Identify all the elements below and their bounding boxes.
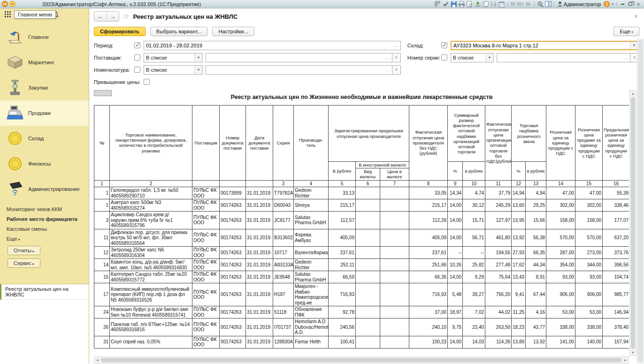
coin-icon	[6, 155, 24, 173]
scroll-left-icon[interactable]: ◄	[94, 358, 100, 362]
cell: 906,00	[575, 283, 603, 306]
memory-mplus-button[interactable]: M+	[516, 1, 524, 7]
window-select-icon[interactable]	[434, 0, 442, 8]
sidebar-item-glavnoe[interactable]: Главное	[0, 24, 89, 50]
close-window-icon[interactable]: ×	[632, 13, 639, 20]
link-rabochee-mesto[interactable]: Рабочее место фармацевта	[7, 216, 89, 222]
nomenclature-checkbox[interactable]	[134, 67, 140, 73]
supplier-checkbox[interactable]	[134, 54, 140, 61]
series-input[interactable]	[497, 55, 622, 61]
page-title: Реестр актуальных цен на ЖНВЛС	[133, 13, 238, 20]
cell: 17,62	[512, 259, 526, 271]
zoom-icon[interactable]	[537, 0, 544, 8]
form-scroll-thumb[interactable]	[638, 39, 643, 363]
cell: Микроген - ИмБио Нижегородское пред-ие	[294, 283, 329, 306]
chevron-down-icon[interactable]	[485, 53, 493, 62]
sidebar-item-prodazhi[interactable]: Продажи	[0, 100, 89, 126]
cell: Азитрал капс 500мг N3 4605589316274	[110, 199, 192, 212]
nomenclature-clear-button[interactable]: ×	[392, 65, 401, 75]
scroll-right-icon[interactable]: ►	[622, 358, 629, 362]
open-window-item[interactable]: Реестр актуальных цен на ЖНВЛС	[0, 284, 89, 300]
sidebar-item-finansy[interactable]: Финансы	[0, 151, 89, 176]
info-icon[interactable]	[603, 0, 610, 8]
supplier-label: Поставщик:	[94, 55, 134, 61]
sidebar-item-administrirovanie[interactable]: Администрирование	[0, 176, 89, 202]
sidebar-item-zakupki[interactable]: Закупки	[0, 75, 89, 100]
apps-grid-icon[interactable]	[5, 11, 12, 20]
cell: 14	[94, 259, 110, 271]
cell: 31.01.2019	[246, 318, 273, 336]
more-button[interactable]: Еще	[613, 27, 639, 36]
vertical-scroll-thumb[interactable]	[631, 97, 635, 349]
memory-m-button[interactable]: M	[510, 1, 515, 7]
copy-page-icon[interactable]	[482, 0, 490, 8]
warehouse-checkbox[interactable]	[441, 42, 447, 48]
cell: 00174263	[220, 306, 246, 318]
supplier-ellipsis-button[interactable]	[384, 53, 392, 62]
supplier-condition-select[interactable]: В списке	[144, 53, 203, 62]
spreadsheet-corner-cell[interactable]	[94, 90, 112, 96]
generate-button[interactable]: Сформировать	[94, 27, 146, 36]
scroll-down-icon[interactable]: ▼	[631, 349, 635, 356]
current-user[interactable]: Администратор	[556, 1, 602, 7]
memory-mminus-button[interactable]: M-	[525, 1, 532, 7]
close-button[interactable]: ×	[635, 1, 642, 8]
col-header-wholesale-markup: Суммарный размер фактической оптовой над…	[448, 106, 485, 162]
column-number-cell: 10	[463, 180, 485, 187]
restore-button[interactable]	[627, 1, 634, 8]
vertical-scrollbar[interactable]: ▲ ▼	[629, 90, 636, 356]
link-more[interactable]: Еще	[7, 236, 89, 242]
service-button[interactable]: Сервис	[8, 258, 40, 268]
supplier-input[interactable]	[206, 55, 384, 61]
cell: ПУЛЬС ФК ООО	[192, 306, 220, 318]
minimize-button[interactable]	[619, 1, 626, 8]
nomenclature-ellipsis-button[interactable]	[384, 66, 392, 74]
main-menu-dropdown-icon[interactable]: ▾	[9, 1, 15, 7]
spreadsheet-viewport[interactable]: Реестр актуальных цен по Жизненно необхо…	[94, 90, 629, 356]
period-checkbox[interactable]	[134, 42, 140, 48]
cell: 756,20	[485, 283, 512, 306]
save-icon[interactable]	[450, 0, 458, 8]
scroll-up-icon[interactable]: ▲	[631, 91, 635, 97]
period-ellipsis-button[interactable]	[392, 41, 400, 50]
split-window-icon[interactable]	[544, 0, 552, 8]
cell: ПУЛЬС ФК ООО	[192, 187, 220, 199]
forward-button[interactable]: →	[107, 12, 119, 21]
price-excess-checkbox[interactable]	[144, 79, 150, 85]
form-scrollbar[interactable]	[637, 38, 644, 364]
chevron-down-icon[interactable]	[194, 66, 202, 74]
dropdown-check-icon[interactable]	[442, 0, 450, 8]
choose-variant-button[interactable]: Выбрать вариант...	[150, 27, 208, 36]
cell: Панклав таб. п/о 875мг.+125мг. №14 46055…	[110, 318, 192, 336]
calendar-icon[interactable]	[498, 0, 506, 8]
print-icon[interactable]	[458, 0, 466, 8]
sidebar-item-marketing[interactable]: Маркетинг	[0, 50, 89, 75]
series-checkbox[interactable]	[441, 54, 447, 61]
series-ellipsis-button[interactable]	[622, 53, 630, 62]
link-monitoring-chekov[interactable]: Мониторинг чеков ККМ	[7, 206, 89, 212]
cell: Галоперидол табл. 1,5 мг. №50 4605589290…	[110, 187, 192, 199]
chevron-down-icon[interactable]	[194, 53, 202, 62]
sidebar-item-sklad[interactable]: Склад	[0, 126, 89, 151]
settings-button[interactable]: Настройки...	[212, 27, 254, 36]
1c-logo-icon[interactable]: 1C	[2, 1, 8, 7]
reports-button[interactable]: Отчеты	[8, 246, 40, 255]
favorite-star-icon[interactable]: ☆	[123, 12, 129, 21]
horizontal-scrollbar[interactable]: ◄ ►	[94, 356, 629, 364]
series-condition-select[interactable]: В списке	[451, 53, 494, 62]
table-row: 31Снуп спрей наз. 0,05%ПУЛЬС ФК ООО00174…	[94, 336, 629, 348]
link-kassovye-smeny[interactable]: Кассовые смены	[7, 226, 89, 232]
nomenclature-condition-select[interactable]: В списке	[144, 65, 203, 75]
print-preview-icon[interactable]	[466, 0, 474, 8]
cell: 251,66	[409, 259, 448, 271]
send-icon[interactable]	[474, 0, 482, 8]
back-button[interactable]: ←	[94, 12, 107, 21]
price-excess-label: Превышение цены:	[94, 79, 141, 85]
period-input[interactable]	[144, 43, 392, 48]
calculator-icon[interactable]	[490, 0, 498, 8]
warehouse-input[interactable]	[452, 43, 630, 48]
info-dropdown-icon[interactable]: ▾	[611, 2, 614, 6]
horizontal-scroll-thumb[interactable]	[101, 358, 622, 362]
nomenclature-input[interactable]	[206, 67, 384, 73]
supplier-clear-button[interactable]: ×	[392, 53, 401, 62]
